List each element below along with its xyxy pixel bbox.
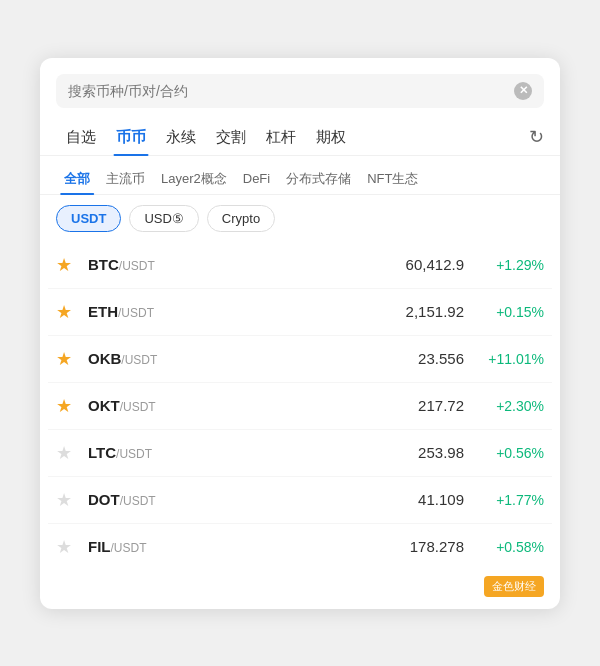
coin-quote: /USDT	[111, 541, 147, 555]
coin-pair: LTC/USDT	[88, 444, 364, 461]
nav-tabs: 自选 币币 永续 交割 杠杆 期权 ↻	[40, 120, 560, 156]
coin-price: 60,412.9	[364, 256, 464, 273]
table-row[interactable]: ★DOT/USDT41.109+1.77%	[48, 477, 552, 524]
search-bar: ✕	[56, 74, 544, 108]
star-icon[interactable]: ★	[56, 348, 78, 370]
table-row[interactable]: ★LTC/USDT253.98+0.56%	[48, 430, 552, 477]
coin-price: 23.556	[364, 350, 464, 367]
tab-bibi[interactable]: 币币	[106, 120, 156, 155]
coin-pair: OKB/USDT	[88, 350, 364, 367]
filter-row: USDT USD⑤ Crypto	[40, 195, 560, 242]
sub-nav: 全部 主流币 Layer2概念 DeFi 分布式存储 NFT生态	[40, 156, 560, 195]
tab-yongxu[interactable]: 永续	[156, 120, 206, 155]
star-icon[interactable]: ★	[56, 489, 78, 511]
refresh-button[interactable]: ↻	[529, 126, 544, 148]
coin-pair: DOT/USDT	[88, 491, 364, 508]
sub-tab-nft[interactable]: NFT生态	[359, 164, 426, 194]
coin-change: +1.29%	[464, 257, 544, 273]
coin-list: ★BTC/USDT60,412.9+1.29%★ETH/USDT2,151.92…	[40, 242, 560, 570]
filter-usd[interactable]: USD⑤	[129, 205, 198, 232]
table-row[interactable]: ★BTC/USDT60,412.9+1.29%	[48, 242, 552, 289]
coin-price: 178.278	[364, 538, 464, 555]
coin-price: 217.72	[364, 397, 464, 414]
coin-base: OKB	[88, 350, 121, 367]
coin-quote: /USDT	[120, 400, 156, 414]
coin-quote: /USDT	[119, 259, 155, 273]
coin-base: OKT	[88, 397, 120, 414]
sub-tab-mainstream[interactable]: 主流币	[98, 164, 153, 194]
table-row[interactable]: ★OKT/USDT217.72+2.30%	[48, 383, 552, 430]
coin-price: 253.98	[364, 444, 464, 461]
table-row[interactable]: ★FIL/USDT178.278+0.58%	[48, 524, 552, 570]
star-icon[interactable]: ★	[56, 301, 78, 323]
coin-pair: FIL/USDT	[88, 538, 364, 555]
sub-tab-defi[interactable]: DeFi	[235, 165, 278, 192]
coin-base: BTC	[88, 256, 119, 273]
coin-base: DOT	[88, 491, 120, 508]
search-input[interactable]	[68, 83, 514, 99]
coin-quote: /USDT	[118, 306, 154, 320]
sub-tab-layer2[interactable]: Layer2概念	[153, 164, 235, 194]
main-card: ✕ 自选 币币 永续 交割 杠杆 期权 ↻ 全部 主流币 Layer2概念 De…	[40, 58, 560, 609]
coin-base: FIL	[88, 538, 111, 555]
watermark-badge: 金色财经	[484, 576, 544, 597]
table-row[interactable]: ★ETH/USDT2,151.92+0.15%	[48, 289, 552, 336]
tab-jiaoge[interactable]: 交割	[206, 120, 256, 155]
coin-base: ETH	[88, 303, 118, 320]
coin-base: LTC	[88, 444, 116, 461]
coin-change: +0.15%	[464, 304, 544, 320]
tab-qiquan[interactable]: 期权	[306, 120, 356, 155]
coin-price: 2,151.92	[364, 303, 464, 320]
star-icon[interactable]: ★	[56, 254, 78, 276]
coin-change: +1.77%	[464, 492, 544, 508]
star-icon[interactable]: ★	[56, 536, 78, 558]
coin-change: +0.56%	[464, 445, 544, 461]
coin-pair: OKT/USDT	[88, 397, 364, 414]
filter-crypto[interactable]: Crypto	[207, 205, 275, 232]
coin-price: 41.109	[364, 491, 464, 508]
coin-quote: /USDT	[120, 494, 156, 508]
star-icon[interactable]: ★	[56, 395, 78, 417]
coin-quote: /USDT	[121, 353, 157, 367]
coin-change: +0.58%	[464, 539, 544, 555]
star-icon[interactable]: ★	[56, 442, 78, 464]
table-row[interactable]: ★OKB/USDT23.556+11.01%	[48, 336, 552, 383]
tab-ganggan[interactable]: 杠杆	[256, 120, 306, 155]
filter-usdt[interactable]: USDT	[56, 205, 121, 232]
sub-tab-storage[interactable]: 分布式存储	[278, 164, 359, 194]
clear-button[interactable]: ✕	[514, 82, 532, 100]
coin-quote: /USDT	[116, 447, 152, 461]
coin-pair: ETH/USDT	[88, 303, 364, 320]
coin-pair: BTC/USDT	[88, 256, 364, 273]
watermark: 金色财经	[40, 570, 560, 601]
coin-change: +11.01%	[464, 351, 544, 367]
coin-change: +2.30%	[464, 398, 544, 414]
sub-tab-all[interactable]: 全部	[56, 164, 98, 194]
tab-zixuan[interactable]: 自选	[56, 120, 106, 155]
